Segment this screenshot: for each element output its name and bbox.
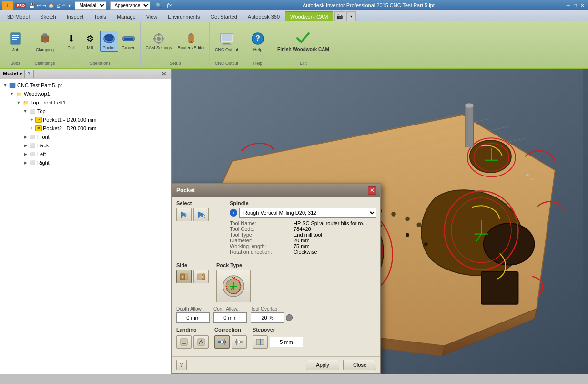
expand-right[interactable]: ▶ (22, 160, 29, 165)
app-logo: I (2, 1, 13, 10)
appearance-dropdown[interactable]: Appearance (110, 1, 150, 10)
tab-getstarted[interactable]: Get Started (205, 11, 243, 21)
dialog-help-button[interactable]: ? (176, 360, 187, 370)
correction-btn2[interactable] (232, 335, 247, 349)
cont-allow-input[interactable] (213, 312, 247, 323)
pocket-button[interactable]: Pocket (100, 31, 118, 52)
tab-view[interactable]: View (141, 11, 163, 21)
expand-back[interactable]: ▶ (22, 143, 29, 148)
tab-autodesk360[interactable]: Autodesk 360 (243, 11, 285, 21)
ribbon-expand-icon[interactable]: ▾ (346, 11, 356, 21)
tree-item-woodwop1[interactable]: ▼ 📁 Woodwop1 (0, 90, 171, 98)
pocktype-label: Pock Type (216, 262, 251, 268)
close-button[interactable]: ✕ (578, 3, 586, 8)
expand-topfrontleft1[interactable]: ▼ (15, 100, 22, 105)
spindle-info-icon[interactable]: i (230, 209, 237, 217)
search-icon[interactable]: 🔍 (155, 3, 162, 8)
routerseditor-button[interactable]: Routers Editor (175, 31, 208, 52)
maximize-button[interactable]: □ (572, 3, 578, 8)
tab-inspect[interactable]: Inspect (61, 11, 89, 21)
tree-label-root: CNC Test Part 5.ipt (17, 83, 62, 88)
tool-overlap-input[interactable] (251, 312, 284, 323)
stepover-input[interactable] (270, 337, 303, 347)
tree-item-pocket1[interactable]: + P Pocket1 - D20,000 mm (0, 115, 171, 124)
3d-viewport[interactable]: Pocket ✕ Select (172, 69, 588, 374)
camsettings-button[interactable]: CAM Settings (143, 31, 174, 52)
cncoutput-button[interactable]: CNC Output (213, 29, 241, 53)
pocket-label: Pocket (102, 45, 116, 50)
svg-rect-10 (124, 38, 133, 40)
tab-3dmodel[interactable]: 3D Model (2, 11, 35, 21)
home-icon[interactable]: 🏠 (47, 3, 55, 8)
side-right-button[interactable] (193, 270, 209, 283)
tab-environments[interactable]: Environments (162, 11, 205, 21)
camera-icon[interactable]: 📷 (334, 11, 345, 21)
tool-name-label: Tool Name: (230, 220, 292, 226)
panel-help-button[interactable]: ? (24, 70, 34, 78)
svg-rect-2 (12, 37, 19, 38)
tree-item-front[interactable]: ▶ ⬜ Front (0, 133, 171, 141)
formula-icon[interactable]: ƒx (165, 3, 172, 8)
select-buttons (176, 208, 224, 221)
spindle-dropdown[interactable]: Rough Vertical Milling D20; 312 (239, 208, 376, 218)
close-dialog-button[interactable]: Close (343, 360, 376, 370)
expand-woodwop1[interactable]: ▼ (9, 92, 15, 96)
depth-allow-input[interactable] (176, 312, 210, 323)
help-button[interactable]: ? Help (246, 29, 270, 53)
tree-item-top[interactable]: ▼ ⬜ Top (0, 107, 171, 115)
correction-btn1[interactable] (214, 335, 230, 349)
landing-btn2[interactable] (193, 335, 209, 349)
tab-manage[interactable]: Manage (112, 11, 141, 21)
job-button[interactable]: Job (4, 29, 28, 53)
landing-btn1[interactable] (176, 335, 192, 349)
minimize-button[interactable]: ─ (565, 3, 572, 8)
expand-root[interactable]: ▼ (2, 83, 9, 88)
pocktype-icon-button[interactable] (216, 270, 251, 302)
mill-button[interactable]: ⚙ Mill (81, 31, 99, 52)
save-icon[interactable]: 💾 (28, 3, 36, 8)
spindle-label: Spindle (230, 200, 376, 206)
model-tree: ▼ CNC Test Part 5.ipt ▼ 📁 Woodwop1 ▼ 📁 T… (0, 79, 171, 374)
expand-front[interactable]: ▶ (22, 135, 29, 139)
tree-item-topfrontleft1[interactable]: ▼ 📁 Top Front Left1 (0, 98, 171, 107)
stepover-icon-button[interactable] (253, 335, 268, 349)
more-icon[interactable]: ▾ (67, 3, 71, 8)
drill-button[interactable]: ⬇ Drill (62, 31, 80, 52)
ribbon-group-cncoutput: CNC Output CNC Output (211, 22, 243, 67)
clamping-button[interactable]: Clamping (33, 29, 57, 53)
expand-left[interactable]: ▶ (22, 152, 29, 156)
tree-item-pocket2[interactable]: + P Pocket2 - D20,000 mm (0, 124, 171, 133)
expand-top[interactable]: ▼ (22, 109, 29, 114)
spindle-section: Spindle i Rough Vertical Milling D20; 31… (230, 200, 376, 259)
pocket-dialog-close-button[interactable]: ✕ (368, 186, 376, 195)
tab-tools[interactable]: Tools (89, 11, 112, 21)
params-row: Depth Allow.: Cont. Allow.: Tool Overlap… (176, 306, 376, 323)
select-pick-button[interactable] (193, 208, 209, 221)
tab-woodworkcam[interactable]: Woodwork CAM (285, 11, 333, 21)
finishcam-button[interactable]: Finish Woodwork CAM (275, 28, 332, 53)
tree-item-left[interactable]: ▶ ⬜ Left (0, 150, 171, 158)
side-left-button[interactable] (176, 270, 192, 283)
expand-pocket2[interactable]: + (29, 126, 35, 131)
apply-button[interactable]: Apply (306, 360, 339, 370)
undo-icon[interactable]: ↩ (36, 3, 41, 8)
print-icon[interactable]: 🖨 (55, 3, 61, 8)
ribbon-group-jobs: Job Jobs (2, 22, 30, 67)
material-dropdown[interactable]: Material (75, 1, 106, 10)
panel-close-button[interactable]: ✕ (160, 71, 168, 77)
tree-item-right[interactable]: ▶ ⬜ Right (0, 158, 171, 167)
redo-icon[interactable]: ↪ (41, 3, 47, 8)
edit-icon[interactable]: ✏ (61, 3, 67, 8)
cont-allow-group: Cont. Allow.: (213, 306, 247, 323)
help-icon: ? (249, 30, 266, 47)
expand-pocket1[interactable]: + (29, 117, 35, 122)
tree-label-pocket2: Pocket2 - D20,000 mm (43, 125, 97, 131)
groove-button[interactable]: Groove (119, 31, 138, 52)
clampings-group-label: Clampings (33, 60, 57, 66)
select-arrow-button[interactable] (176, 208, 192, 221)
tab-sketch[interactable]: Sketch (35, 11, 61, 21)
tree-item-back[interactable]: ▶ ⬜ Back (0, 141, 171, 150)
tree-item-root[interactable]: ▼ CNC Test Part 5.ipt (0, 81, 171, 90)
svg-point-8 (105, 35, 113, 41)
landing-group: Landing (176, 327, 209, 349)
